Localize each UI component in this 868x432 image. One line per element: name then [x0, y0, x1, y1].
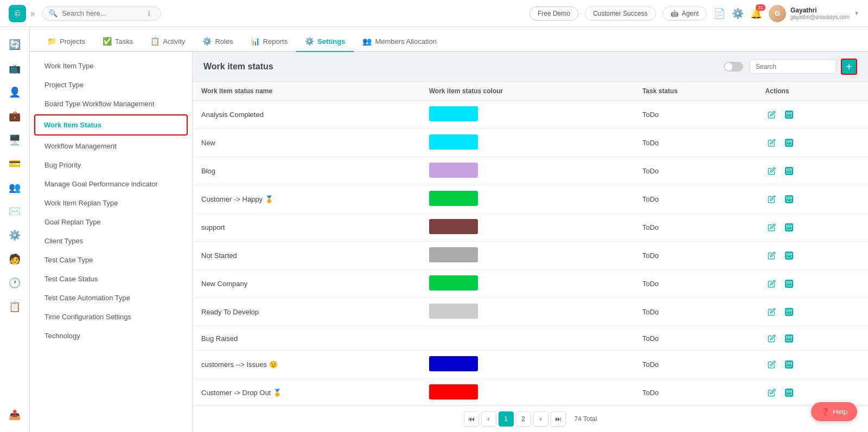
user-profile-area[interactable]: G Gayathri gayathri@snovasys.com ▼ — [769, 5, 859, 22]
table-search-input[interactable] — [750, 60, 837, 74]
edit-icon-3[interactable] — [765, 165, 778, 178]
sidebar-icon-user[interactable]: 👤 — [4, 81, 25, 103]
settings-item-bug-priority[interactable]: Bug Priority — [30, 156, 192, 175]
next-page-button[interactable]: › — [533, 411, 548, 427]
row-colour-6 — [420, 242, 634, 270]
settings-icon[interactable]: ⚙️ — [732, 8, 744, 20]
color-swatch-3 — [429, 163, 478, 178]
tab-settings[interactable]: ⚙️ Settings — [296, 31, 354, 52]
sidebar-icon-tv[interactable]: 📺 — [4, 57, 25, 79]
global-search-bar[interactable]: 🔍 ℹ — [42, 7, 161, 21]
svg-rect-0 — [787, 112, 792, 113]
sidebar-icon-monitor[interactable]: 🖥️ — [4, 129, 25, 151]
sidebar-icon-report[interactable]: 📋 — [4, 296, 25, 318]
archive-icon-2[interactable] — [783, 137, 796, 150]
row-actions-2 — [757, 129, 868, 157]
sidebar-icon-refresh[interactable]: 🔄 — [4, 34, 25, 55]
help-button[interactable]: ❓ Help — [811, 402, 857, 421]
action-icons-3 — [765, 165, 859, 178]
edit-icon-9[interactable] — [765, 332, 778, 345]
archive-icon-7[interactable] — [783, 278, 796, 291]
app-logo[interactable]: © — [9, 5, 26, 22]
settings-item-workflow[interactable]: Workflow Management — [30, 137, 192, 156]
notification-bell[interactable]: 🔔 31 — [750, 8, 762, 20]
page-2-button[interactable]: 2 — [516, 411, 531, 427]
archive-icon-9[interactable] — [783, 332, 796, 345]
row-status-3: ToDo — [634, 157, 757, 185]
row-colour-10 — [420, 351, 634, 379]
row-actions-6 — [757, 242, 868, 270]
edit-icon-4[interactable] — [765, 193, 778, 206]
archive-icon-5[interactable] — [783, 221, 796, 234]
edit-icon-5[interactable] — [765, 221, 778, 234]
action-icons-10 — [765, 358, 859, 371]
edit-icon-2[interactable] — [765, 137, 778, 150]
archive-icon-4[interactable] — [783, 193, 796, 206]
sidebar-icon-briefcase[interactable]: 💼 — [4, 105, 25, 127]
sidebar-icon-team[interactable]: 👥 — [4, 177, 25, 198]
settings-item-project-type[interactable]: Project Type — [30, 75, 192, 94]
tab-members[interactable]: 👥 Members Allocation — [354, 31, 445, 52]
row-actions-4 — [757, 185, 868, 214]
table-row: New CompanyToDo — [193, 270, 868, 298]
archive-icon-10[interactable] — [783, 358, 796, 371]
sidebar-icon-mail[interactable]: ✉️ — [4, 201, 25, 222]
settings-item-test-case-type[interactable]: Test Case Type — [30, 250, 192, 269]
sidebar-icon-gear[interactable]: ⚙️ — [4, 224, 25, 246]
settings-item-board-type[interactable]: Board Type Workflow Management — [30, 94, 192, 113]
color-swatch-11 — [429, 384, 478, 399]
first-page-button[interactable]: ⏮ — [464, 411, 479, 427]
archive-icon-8[interactable] — [783, 306, 796, 319]
agent-button[interactable]: 🤖 Agent — [662, 7, 707, 21]
tab-roles[interactable]: ⚙️ Roles — [194, 31, 241, 52]
free-demo-button[interactable]: Free Demo — [529, 7, 578, 21]
svg-rect-2 — [787, 140, 792, 141]
settings-item-test-automation[interactable]: Test Case Automation Type — [30, 288, 192, 307]
sidebar-icon-credit[interactable]: 💳 — [4, 153, 25, 175]
edit-icon-7[interactable] — [765, 278, 778, 291]
left-sidebar: 🔄 📺 👤 💼 🖥️ 💳 👥 ✉️ ⚙️ 🧑 🕐 📋 📤 — [0, 27, 30, 432]
archive-icon-1[interactable] — [783, 108, 796, 121]
settings-item-manage-goal[interactable]: Manage Goal Performance indicator — [30, 175, 192, 194]
tab-projects[interactable]: 📁 Projects — [39, 31, 94, 52]
add-button[interactable]: + — [841, 59, 857, 75]
edit-icon-6[interactable] — [765, 249, 778, 262]
toggle-switch[interactable] — [724, 62, 743, 72]
row-name-7: New Company — [193, 270, 420, 298]
tab-reports[interactable]: 📊 Reports — [242, 31, 297, 52]
last-page-button[interactable]: ⏭ — [551, 411, 566, 427]
edit-icon-1[interactable] — [765, 108, 778, 121]
sidebar-icon-send[interactable]: 📤 — [4, 404, 25, 425]
tab-tasks[interactable]: ✅ Tasks — [94, 31, 142, 52]
work-item-status-table: Work item status name Work item status c… — [193, 82, 868, 405]
edit-icon-8[interactable] — [765, 306, 778, 319]
archive-icon-3[interactable] — [783, 165, 796, 178]
tab-activity[interactable]: 📋 Activity — [142, 31, 194, 52]
archive-icon-6[interactable] — [783, 249, 796, 262]
row-name-4: Customer -> Happy 🏅 — [193, 185, 420, 214]
sidebar-icon-clock[interactable]: 🕐 — [4, 272, 25, 294]
settings-item-work-item-status[interactable]: Work Item Status — [34, 114, 188, 136]
user-info: Gayathri gayathri@snovasys.com — [790, 7, 850, 20]
row-status-4: ToDo — [634, 185, 757, 214]
action-icons-11 — [765, 386, 859, 399]
archive-icon-11[interactable] — [783, 386, 796, 399]
search-input[interactable] — [62, 9, 143, 17]
settings-item-goal-replan[interactable]: Goal Replan Type — [30, 212, 192, 231]
page-1-button[interactable]: 1 — [499, 411, 514, 427]
settings-item-technology[interactable]: Technology — [30, 326, 192, 345]
sidebar-icon-person2[interactable]: 🧑 — [4, 248, 25, 270]
pagination: ⏮ ‹ 1 2 › ⏭ 74 Total — [193, 405, 868, 432]
edit-icon-11[interactable] — [765, 386, 778, 399]
settings-item-client-types[interactable]: Client Types — [30, 231, 192, 250]
expand-icon[interactable]: » — [30, 9, 35, 18]
document-icon[interactable]: 📄 — [713, 8, 725, 20]
settings-item-test-case-status[interactable]: Test Case Status — [30, 269, 192, 288]
customer-success-button[interactable]: Customer Success — [585, 7, 656, 21]
settings-item-work-replan[interactable]: Work Item Replan Type — [30, 194, 192, 212]
prev-page-button[interactable]: ‹ — [481, 411, 496, 427]
settings-item-time-config[interactable]: Time Configuration Settings — [30, 307, 192, 326]
edit-icon-10[interactable] — [765, 358, 778, 371]
row-colour-7 — [420, 270, 634, 298]
settings-item-work-item-type[interactable]: Work Item Type — [30, 56, 192, 75]
